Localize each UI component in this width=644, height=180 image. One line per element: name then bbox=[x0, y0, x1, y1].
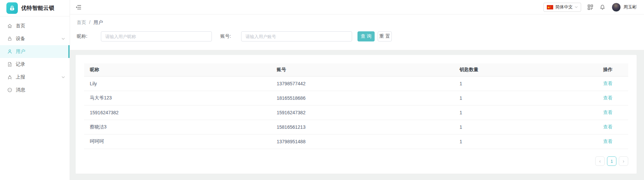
logo-row: 优特智能云锁 bbox=[0, 0, 70, 17]
sidebar-item-label: 首页 bbox=[16, 23, 25, 29]
sidebar-item-label: 用户 bbox=[16, 49, 25, 55]
china-flag-icon: ★ bbox=[547, 5, 553, 9]
breadcrumb-home[interactable]: 首页 bbox=[77, 20, 86, 26]
column-header-actions: 操作 bbox=[603, 63, 628, 76]
cell-nickname: 15916247382 bbox=[84, 105, 277, 120]
search-form: 昵称: 账号: 查 询 重 置 bbox=[77, 31, 637, 41]
reset-button[interactable]: 重 置 bbox=[378, 31, 392, 41]
message-icon bbox=[7, 87, 12, 93]
chevron-down-icon bbox=[62, 76, 65, 78]
table-row: 蔡晓洁3 15816561213 1 查看 bbox=[84, 120, 628, 134]
sidebar-item-home[interactable]: 首页 bbox=[0, 20, 70, 32]
next-page-button[interactable]: › bbox=[619, 156, 628, 166]
prev-page-button[interactable]: ‹ bbox=[595, 156, 605, 166]
pagination: ‹ 1 › bbox=[595, 156, 628, 166]
subheader: 首页 / 用户 昵称: 账号: 查 询 重 置 bbox=[70, 14, 644, 50]
cell-keys: 1 bbox=[459, 91, 603, 105]
cell-nickname: 马大爷123 bbox=[84, 91, 277, 105]
user-icon bbox=[7, 49, 12, 54]
sidebar-item-records[interactable]: 记录 bbox=[0, 58, 70, 71]
nickname-label: 昵称: bbox=[77, 33, 101, 39]
cell-keys: 1 bbox=[459, 105, 603, 120]
breadcrumb-separator: / bbox=[89, 20, 90, 26]
table-row: 呵呵呵 13798951488 1 查看 bbox=[84, 134, 628, 149]
language-selector[interactable]: ★ 简体中文 bbox=[543, 3, 581, 12]
table-row: Lily 13798577442 1 查看 bbox=[84, 76, 628, 91]
table-row: 马大爷123 18165518686 1 查看 bbox=[84, 91, 628, 105]
app-logo-icon bbox=[6, 2, 18, 14]
notification-bell-icon[interactable] bbox=[600, 4, 605, 10]
document-icon bbox=[7, 62, 12, 67]
view-link[interactable]: 查看 bbox=[603, 124, 613, 129]
sidebar-item-label: 记录 bbox=[16, 61, 25, 67]
column-header-account: 账号 bbox=[277, 63, 460, 76]
user-menu[interactable]: 周玉彬 bbox=[612, 3, 637, 12]
view-link[interactable]: 查看 bbox=[603, 95, 613, 100]
cell-account: 18165518686 bbox=[277, 91, 460, 105]
alarm-bell-icon bbox=[7, 74, 12, 80]
app-title: 优特智能云锁 bbox=[21, 5, 54, 12]
nickname-input[interactable] bbox=[101, 31, 212, 41]
qrcode-icon[interactable] bbox=[588, 4, 593, 10]
sidebar-item-users[interactable]: 用户 bbox=[0, 45, 70, 58]
home-icon bbox=[7, 23, 12, 29]
chevron-down-icon bbox=[575, 6, 578, 8]
cell-keys: 1 bbox=[459, 76, 603, 91]
topbar: ★ 简体中文 周玉彬 bbox=[70, 0, 644, 14]
cell-keys: 1 bbox=[459, 134, 603, 149]
cell-nickname: 呵呵呵 bbox=[84, 134, 277, 149]
menu-fold-icon[interactable] bbox=[75, 4, 82, 10]
breadcrumb-current: 用户 bbox=[93, 20, 103, 26]
cell-account: 13798577442 bbox=[277, 76, 460, 91]
account-input[interactable] bbox=[241, 31, 352, 41]
topbar-right: ★ 简体中文 周玉彬 bbox=[543, 3, 637, 12]
sidebar-item-report[interactable]: 上报 bbox=[0, 71, 70, 84]
language-label: 简体中文 bbox=[555, 4, 573, 10]
cell-nickname: Lily bbox=[84, 76, 277, 91]
table-row: 15916247382 15916247382 1 查看 bbox=[84, 105, 628, 120]
cell-keys: 1 bbox=[459, 120, 603, 134]
user-table-card: 昵称 账号 钥匙数量 操作 Lily 13798577442 1 查看 马大爷1… bbox=[76, 55, 637, 174]
avatar bbox=[612, 3, 621, 12]
view-link[interactable]: 查看 bbox=[603, 81, 613, 86]
table-header-row: 昵称 账号 钥匙数量 操作 bbox=[84, 63, 628, 76]
column-header-keys: 钥匙数量 bbox=[459, 63, 603, 76]
username: 周玉彬 bbox=[623, 4, 637, 10]
lock-icon bbox=[7, 36, 12, 41]
view-link[interactable]: 查看 bbox=[603, 139, 613, 144]
breadcrumb: 首页 / 用户 bbox=[77, 20, 637, 26]
sidebar-item-devices[interactable]: 设备 bbox=[0, 32, 70, 45]
cell-account: 15916247382 bbox=[277, 105, 460, 120]
svg-text:★: ★ bbox=[547, 5, 550, 9]
page-number-button[interactable]: 1 bbox=[607, 156, 616, 166]
account-label: 账号: bbox=[220, 33, 241, 39]
sidebar: 优特智能云锁 首页 设备 用户 记录 bbox=[0, 0, 70, 180]
sidebar-item-messages[interactable]: 消息 bbox=[0, 84, 70, 96]
column-header-nickname: 昵称 bbox=[84, 63, 277, 76]
user-table: 昵称 账号 钥匙数量 操作 Lily 13798577442 1 查看 马大爷1… bbox=[84, 63, 628, 149]
sidebar-item-label: 消息 bbox=[16, 87, 25, 93]
chevron-down-icon bbox=[62, 38, 65, 40]
cell-account: 13798951488 bbox=[277, 134, 460, 149]
view-link[interactable]: 查看 bbox=[603, 110, 613, 115]
sidebar-menu: 首页 设备 用户 记录 上报 bbox=[0, 17, 70, 96]
sidebar-item-label: 上报 bbox=[16, 74, 25, 80]
cell-nickname: 蔡晓洁3 bbox=[84, 120, 277, 134]
sidebar-item-label: 设备 bbox=[16, 36, 25, 42]
cell-account: 15816561213 bbox=[277, 120, 460, 134]
query-button[interactable]: 查 询 bbox=[357, 31, 375, 41]
